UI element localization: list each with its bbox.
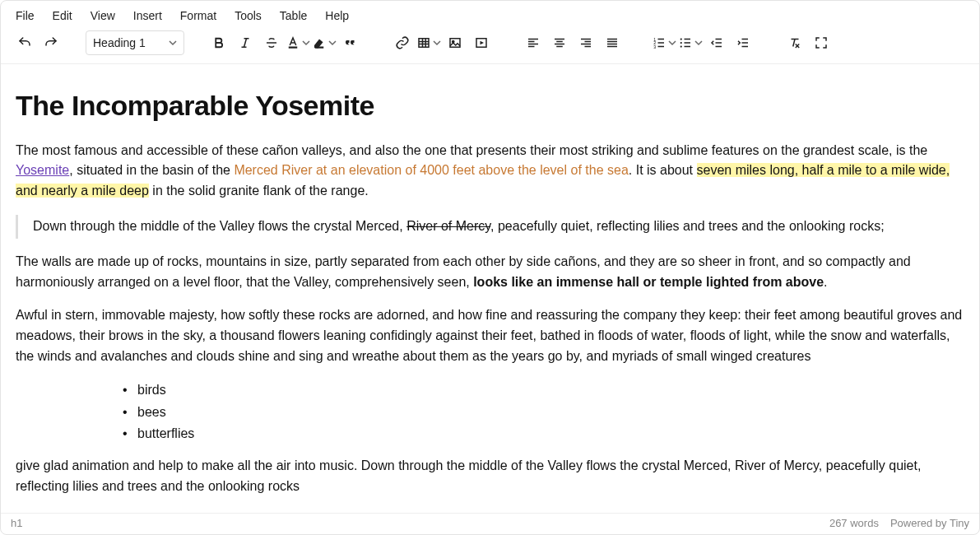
- toolbar: Heading 1: [1, 27, 979, 64]
- branding[interactable]: Powered by Tiny: [890, 517, 969, 529]
- blockquote: Down through the middle of the Valley fl…: [16, 215, 964, 239]
- menu-table[interactable]: Table: [272, 6, 315, 26]
- table-button[interactable]: [416, 30, 441, 55]
- clear-formatting-button[interactable]: [783, 30, 807, 55]
- menu-tools[interactable]: Tools: [226, 6, 270, 26]
- block-format-select[interactable]: Heading 1: [86, 30, 184, 55]
- unordered-list-icon: [678, 35, 693, 50]
- highlight-icon: [312, 35, 327, 50]
- chevron-down-icon: [694, 35, 703, 50]
- text-color-button[interactable]: [286, 30, 310, 55]
- fullscreen-button[interactable]: [809, 30, 834, 55]
- link-button[interactable]: [390, 30, 415, 55]
- link-yosemite[interactable]: Yosemite: [16, 163, 69, 177]
- svg-rect-6: [315, 47, 324, 49]
- svg-rect-5: [289, 47, 298, 49]
- image-icon: [448, 35, 462, 50]
- menu-help[interactable]: Help: [317, 6, 357, 26]
- fullscreen-icon: [814, 35, 829, 50]
- svg-text:3: 3: [653, 44, 656, 49]
- align-center-icon: [552, 35, 567, 50]
- paragraph: The most famous and accessible of these …: [16, 141, 964, 202]
- svg-point-39: [680, 45, 682, 47]
- menu-insert[interactable]: Insert: [125, 6, 170, 26]
- word-count[interactable]: 267 words: [829, 517, 879, 529]
- text-color-icon: [286, 35, 300, 50]
- align-left-icon: [526, 35, 541, 50]
- svg-line-0: [244, 39, 247, 48]
- menu-view[interactable]: View: [82, 6, 123, 26]
- menu-file[interactable]: File: [7, 6, 43, 26]
- align-left-button[interactable]: [521, 30, 546, 55]
- outdent-icon: [709, 35, 724, 50]
- chevron-down-icon: [668, 35, 676, 50]
- chevron-down-icon: [433, 35, 441, 50]
- align-justify-button[interactable]: [600, 30, 625, 55]
- svg-point-37: [680, 38, 682, 40]
- block-format-label: Heading 1: [93, 36, 146, 49]
- ordered-list-button[interactable]: 123: [652, 30, 676, 55]
- paragraph: The walls are made up of rocks, mountain…: [16, 252, 964, 293]
- chevron-down-icon: [328, 35, 337, 50]
- bold-button[interactable]: [207, 30, 231, 55]
- media-icon: [474, 35, 489, 50]
- redo-icon: [44, 35, 58, 50]
- strikethrough-button[interactable]: [259, 30, 284, 55]
- link-icon: [395, 35, 410, 50]
- align-justify-icon: [605, 35, 620, 50]
- align-center-button[interactable]: [547, 30, 572, 55]
- page-title: The Incomparable Yosemite: [16, 84, 964, 128]
- menubar: File Edit View Insert Format Tools Table…: [1, 1, 979, 27]
- undo-icon: [17, 35, 32, 50]
- undo-button[interactable]: [12, 30, 37, 55]
- colored-text: Merced River at an elevation of 4000 fee…: [234, 163, 628, 177]
- outdent-button[interactable]: [704, 30, 729, 55]
- paragraph: give glad animation and help to make all…: [16, 456, 964, 497]
- paragraph: Awful in stern, immovable majesty, how s…: [16, 305, 964, 366]
- image-button[interactable]: [443, 30, 467, 55]
- clear-formatting-icon: [787, 35, 802, 50]
- indent-icon: [736, 35, 750, 50]
- highlighted-text: and nearly a mile deep: [16, 184, 149, 198]
- list-item: birds: [114, 380, 964, 401]
- redo-button[interactable]: [39, 30, 63, 55]
- media-button[interactable]: [469, 30, 494, 55]
- svg-point-38: [680, 42, 682, 44]
- strikethrough-icon: [264, 35, 279, 50]
- blockquote-button[interactable]: [338, 30, 363, 55]
- unordered-list-button[interactable]: [678, 30, 703, 55]
- highlight-color-button[interactable]: [312, 30, 337, 55]
- quote-icon: [343, 35, 358, 50]
- statusbar: h1 267 words Powered by Tiny: [1, 513, 979, 534]
- menu-edit[interactable]: Edit: [44, 6, 81, 26]
- svg-rect-7: [419, 39, 429, 48]
- table-icon: [416, 35, 431, 50]
- bullet-list: birds bees butterflies: [16, 380, 964, 444]
- indent-button[interactable]: [731, 30, 755, 55]
- align-right-icon: [578, 35, 593, 50]
- align-right-button[interactable]: [574, 30, 598, 55]
- bold-text: looks like an immense hall or temple lig…: [473, 275, 824, 289]
- chevron-down-icon: [169, 36, 177, 49]
- svg-rect-12: [450, 39, 460, 48]
- menu-format[interactable]: Format: [172, 6, 225, 26]
- strikethrough-text: River of Mercy: [406, 219, 490, 233]
- ordered-list-icon: 123: [652, 35, 666, 50]
- italic-button[interactable]: [233, 30, 258, 55]
- editor-content[interactable]: The Incomparable Yosemite The most famou…: [1, 64, 979, 513]
- list-item: bees: [114, 402, 964, 423]
- element-path[interactable]: h1: [11, 517, 22, 529]
- list-item: butterflies: [114, 424, 964, 444]
- chevron-down-icon: [302, 35, 310, 50]
- editor-window: File Edit View Insert Format Tools Table…: [0, 0, 980, 535]
- highlighted-text: seven miles long, half a mile to a mile …: [697, 163, 950, 177]
- italic-icon: [238, 35, 253, 50]
- bold-icon: [211, 35, 226, 50]
